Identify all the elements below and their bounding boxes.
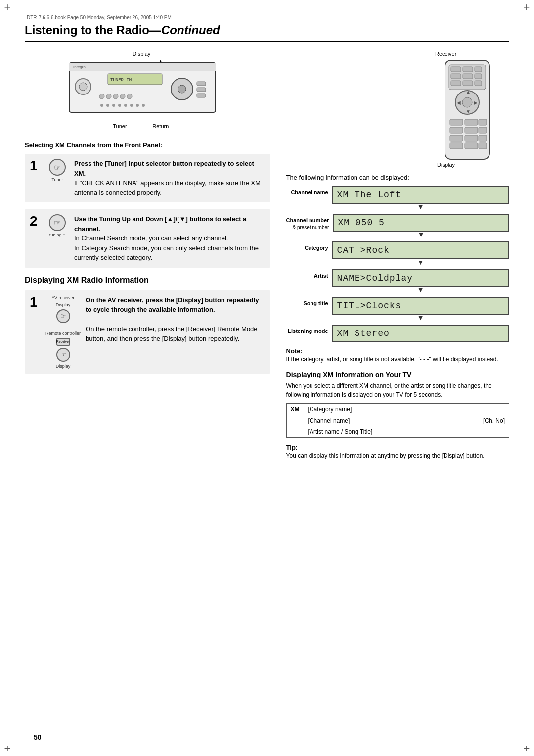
note-text: If the category, artist, or song title i… (286, 355, 509, 364)
corner-tr (522, 3, 531, 12)
display-label1: Display (56, 302, 71, 307)
xm-display-row-0: Channel nameXM The Loft▼ (286, 186, 509, 210)
receiver-front-diagram: Display ▲▼ Integra TUNER FM (25, 51, 270, 132)
xm-display-row-2: CategoryCAT >Rock▼ (286, 241, 509, 265)
xm-label-1: Channel number& preset number (286, 214, 329, 231)
xm-arrow-0: ▼ (332, 203, 509, 211)
title-main: Listening to the Radio— (25, 23, 161, 37)
xm-display-row-1: Channel number& preset numberXM 050 5▼ (286, 214, 509, 237)
svg-rect-34 (463, 81, 473, 86)
xm-screen-col-3: NAME>Coldplay▼ (332, 269, 509, 293)
display-icon1: ☞ (56, 309, 70, 323)
step1-icon-circle: ☞ (49, 159, 66, 176)
step2-icon-circle: ☞ (49, 214, 66, 231)
svg-rect-46 (465, 127, 478, 133)
xm-screen-col-0: XM The Loft▼ (332, 186, 509, 210)
tv-col2-1: [Channel name] (304, 415, 449, 426)
receiver-front-svg: Integra TUNER FM (68, 62, 217, 116)
tv-table-row-1: [Channel name][Ch. No] (286, 415, 509, 426)
svg-rect-16 (197, 94, 206, 97)
svg-rect-48 (450, 135, 463, 141)
svg-point-23 (136, 104, 139, 107)
section2-step1-num: 1 (30, 295, 41, 309)
svg-rect-49 (465, 135, 478, 141)
svg-text:▶: ▶ (474, 100, 478, 105)
svg-point-10 (120, 94, 125, 99)
svg-rect-33 (451, 81, 461, 86)
svg-text:Integra: Integra (73, 65, 86, 69)
tv-col1-0: XM (286, 404, 304, 415)
xm-display-group: Channel nameXM The Loft▼Channel number& … (286, 186, 509, 342)
svg-rect-15 (197, 88, 206, 92)
svg-rect-1 (69, 63, 216, 71)
step1-row: 1 ☞ Tuner Press the [Tuner] input select… (25, 154, 270, 202)
tv-table-row-0: XM[Category name] (286, 404, 509, 415)
tv-col3-1: [Ch. No] (449, 415, 509, 426)
info-intro: The following information can be display… (286, 174, 509, 181)
xm-arrow-1: ▼ (333, 231, 509, 238)
xm-screen-5: XM Stereo (332, 325, 509, 342)
file-info: DTR-7.6.6.6.book Page 50 Monday, Septemb… (27, 15, 509, 20)
xm-screen-0: XM The Loft (332, 186, 509, 204)
tv-table-row-2: [Artist name / Song Title] (286, 426, 509, 438)
svg-point-22 (130, 104, 133, 107)
svg-point-37 (462, 97, 472, 107)
xm-screen-4: TITL>Clocks (332, 297, 509, 315)
step1-text: Press the [Tuner] input selector button … (74, 159, 266, 197)
svg-rect-51 (450, 143, 463, 149)
svg-text:▼: ▼ (466, 109, 471, 114)
step2-body1: In Channel Search mode, you can select a… (74, 235, 228, 242)
corner-tl (3, 3, 12, 12)
xm-label-0: Channel name (286, 186, 328, 196)
xm-label-2: Category (286, 241, 328, 251)
tv-col2-0: [Category name] (304, 404, 449, 415)
av-receiver-label: AV receiver (52, 295, 75, 300)
page-number: 50 (34, 733, 42, 741)
svg-point-7 (99, 94, 104, 99)
tv-col1-1 (286, 415, 304, 426)
svg-rect-52 (465, 143, 478, 149)
step1-icon: ☞ Tuner (45, 159, 69, 182)
display-icon2: ☞ (56, 348, 70, 362)
xm-arrow-4: ▼ (332, 314, 509, 322)
svg-text:▲: ▲ (466, 89, 471, 94)
xm-arrow-2: ▼ (332, 258, 509, 266)
step1-icon-label: Tuner (51, 177, 63, 182)
xm-label-5: Listening mode (286, 325, 328, 334)
corner-br (522, 744, 531, 753)
corner-bl (3, 744, 12, 753)
remote-svg: ▲ ▼ ◀ ▶ (435, 58, 499, 164)
tuner-label: Tuner (113, 123, 127, 129)
svg-rect-45 (450, 127, 463, 133)
step1-bold: Press the [Tuner] input selector button … (74, 160, 254, 177)
xm-display-row-3: ArtistNAME>Coldplay▼ (286, 269, 509, 293)
svg-point-18 (106, 104, 109, 107)
svg-point-13 (178, 85, 186, 93)
receiver-icon: Receiver (56, 338, 70, 346)
svg-rect-27 (451, 67, 461, 72)
svg-rect-32 (475, 74, 482, 79)
tv-col2-2: [Artist name / Song Title] (304, 426, 449, 438)
step2-text: Use the Tuning Up and Down [▲]/[▼] butto… (74, 214, 266, 263)
return-label: Return (152, 123, 169, 129)
svg-point-17 (100, 104, 103, 107)
xm-screen-2: CAT >Rock (332, 241, 509, 259)
tv-col3-0 (449, 404, 509, 415)
step2-icon-label: tuning ‡ (49, 233, 65, 237)
svg-point-21 (124, 104, 127, 107)
section2-step2-text: On the remote controller, press the [Rec… (86, 325, 258, 342)
step2-icon: ☞ tuning ‡ (45, 214, 69, 237)
xm-arrow-3: ▼ (332, 286, 509, 294)
xm-screen-3: NAME>Coldplay (332, 269, 509, 287)
svg-rect-31 (463, 74, 473, 79)
svg-point-6 (79, 83, 87, 91)
svg-point-24 (142, 104, 145, 107)
section2-step1-bold: On the AV receiver, press the [Display] … (86, 296, 259, 314)
svg-point-9 (113, 94, 118, 99)
section2-step1-icons: AV receiver Display ☞ Remote controller … (45, 295, 81, 369)
xm-tv-heading: Displaying XM Information on Your TV (286, 371, 509, 378)
xm-screen-col-2: CAT >Rock▼ (332, 241, 509, 265)
xm-screen-col-1: XM 050 5▼ (333, 214, 509, 237)
step2-bold: Use the Tuning Up and Down [▲]/[▼] butto… (74, 215, 246, 233)
step1-number: 1 (30, 159, 41, 173)
